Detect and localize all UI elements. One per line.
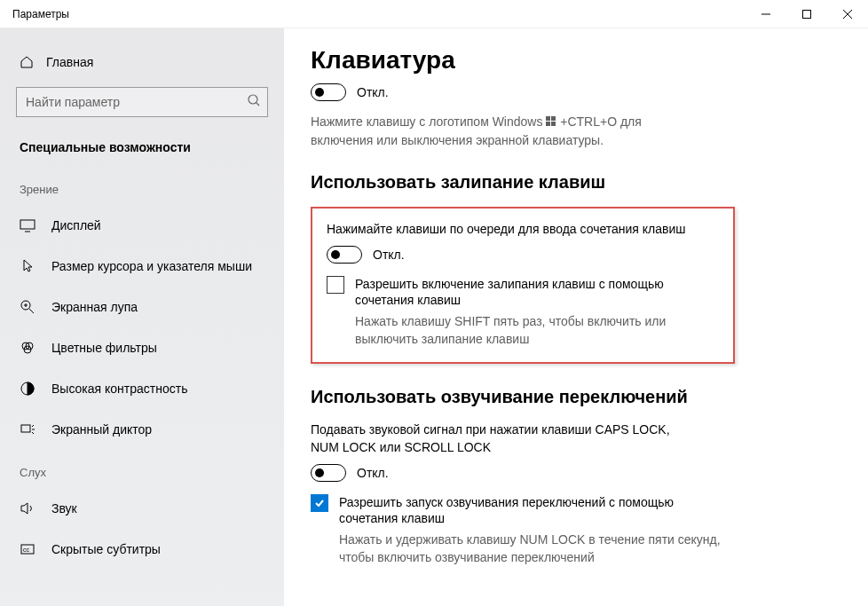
color-filter-icon <box>20 340 36 356</box>
sidebar-item-high-contrast[interactable]: Высокая контрастность <box>0 368 284 409</box>
sidebar-item-label: Экранная лупа <box>51 300 138 314</box>
magnifier-icon <box>20 299 36 315</box>
search-icon <box>247 93 261 111</box>
home-label: Главная <box>46 55 93 69</box>
sticky-keys-shortcut-checkbox[interactable] <box>327 276 344 294</box>
sticky-keys-highlight: Нажимайте клавиши по очереди для ввода с… <box>311 207 735 364</box>
minimize-button[interactable] <box>746 0 786 28</box>
section-sticky-keys-title: Использовать залипание клавиш <box>311 172 841 193</box>
toggle-keys-shortcut-checkbox[interactable] <box>311 494 328 512</box>
group-vision-label: Зрение <box>0 167 284 205</box>
onscreen-keyboard-toggle-row: Откл. <box>311 83 841 101</box>
toggle-keys-toggle[interactable] <box>311 464 346 482</box>
monitor-icon <box>20 217 36 233</box>
group-hearing-label: Слух <box>0 450 284 488</box>
search-container <box>16 87 268 117</box>
checkbox-label: Разрешить запуск озвучивания переключени… <box>339 494 694 526</box>
sidebar-item-magnifier[interactable]: Экранная лупа <box>0 287 284 327</box>
sidebar-item-label: Дисплей <box>51 218 101 232</box>
category-header: Специальные возможности <box>0 133 284 167</box>
toggle-state-label: Откл. <box>373 248 405 262</box>
sidebar-item-narrator[interactable]: Экранный диктор <box>0 409 284 450</box>
checkbox-label: Разрешить включение залипания клавиш с п… <box>355 276 710 308</box>
toggle-state-label: Откл. <box>357 466 389 480</box>
svg-line-19 <box>32 432 34 434</box>
sidebar-item-label: Высокая контрастность <box>51 382 187 396</box>
sidebar-item-label: Размер курсора и указателя мыши <box>51 259 252 273</box>
onscreen-keyboard-hint: Нажмите клавишу с логотипом Windows +CTR… <box>311 114 701 149</box>
sidebar: Главная Специальные возможности Зрение Д… <box>0 28 284 606</box>
svg-line-9 <box>29 309 34 313</box>
sidebar-item-label: Скрытые субтитры <box>51 542 161 556</box>
sidebar-item-audio[interactable]: Звук <box>0 488 284 529</box>
svg-rect-24 <box>546 122 550 126</box>
page-title: Клавиатура <box>311 46 841 75</box>
window-controls <box>746 0 868 28</box>
sticky-keys-toggle-row: Откл. <box>327 246 719 264</box>
audio-icon <box>20 500 36 516</box>
search-input[interactable] <box>16 87 268 117</box>
section-toggle-keys-title: Использовать озвучивание переключений <box>311 387 841 407</box>
titlebar: Параметры <box>0 0 868 28</box>
sidebar-item-label: Цветные фильтры <box>51 341 157 355</box>
window-title: Параметры <box>12 8 69 20</box>
close-button[interactable] <box>827 0 868 28</box>
sticky-keys-shortcut-hint: Нажать клавишу SHIFT пять раз, чтобы вкл… <box>355 313 719 348</box>
home-icon <box>20 55 34 69</box>
toggle-state-label: Откл. <box>357 85 389 99</box>
svg-text:cc: cc <box>23 547 30 553</box>
sidebar-item-display[interactable]: Дисплей <box>0 205 284 246</box>
svg-rect-25 <box>551 122 556 126</box>
toggle-keys-description: Подавать звуковой сигнал при нажатии кла… <box>311 421 701 456</box>
sticky-keys-description: Нажимайте клавиши по очереди для ввода с… <box>327 221 717 239</box>
windows-logo-icon <box>546 114 556 132</box>
toggle-keys-shortcut-row: Разрешить запуск озвучивания переключени… <box>311 494 841 526</box>
toggle-keys-toggle-row: Откл. <box>311 464 841 482</box>
maximize-button[interactable] <box>786 0 827 28</box>
svg-point-4 <box>249 95 257 104</box>
svg-rect-16 <box>21 425 30 432</box>
svg-rect-1 <box>803 10 811 18</box>
captions-icon: cc <box>20 541 36 557</box>
svg-line-17 <box>32 425 34 427</box>
contrast-icon <box>20 381 36 397</box>
content-area: Клавиатура Откл. Нажмите клавишу с логот… <box>284 28 868 606</box>
sidebar-item-cursor[interactable]: Размер курсора и указателя мыши <box>0 246 284 287</box>
sidebar-home[interactable]: Главная <box>0 44 284 80</box>
svg-rect-6 <box>20 220 35 229</box>
sidebar-item-label: Экранный диктор <box>51 422 152 437</box>
svg-line-5 <box>256 103 259 106</box>
onscreen-keyboard-toggle[interactable] <box>311 83 346 101</box>
sidebar-item-captions[interactable]: cc Скрытые субтитры <box>0 529 284 570</box>
sidebar-item-color-filters[interactable]: Цветные фильтры <box>0 327 284 368</box>
svg-rect-22 <box>546 116 550 121</box>
cursor-icon <box>20 258 36 274</box>
toggle-keys-shortcut-hint: Нажать и удерживать клавишу NUM LOCK в т… <box>339 531 730 566</box>
sticky-keys-shortcut-row: Разрешить включение залипания клавиш с п… <box>327 276 719 308</box>
sidebar-item-label: Звук <box>51 501 77 515</box>
narrator-icon <box>20 421 36 437</box>
sticky-keys-toggle[interactable] <box>327 246 362 264</box>
svg-rect-23 <box>551 116 556 121</box>
